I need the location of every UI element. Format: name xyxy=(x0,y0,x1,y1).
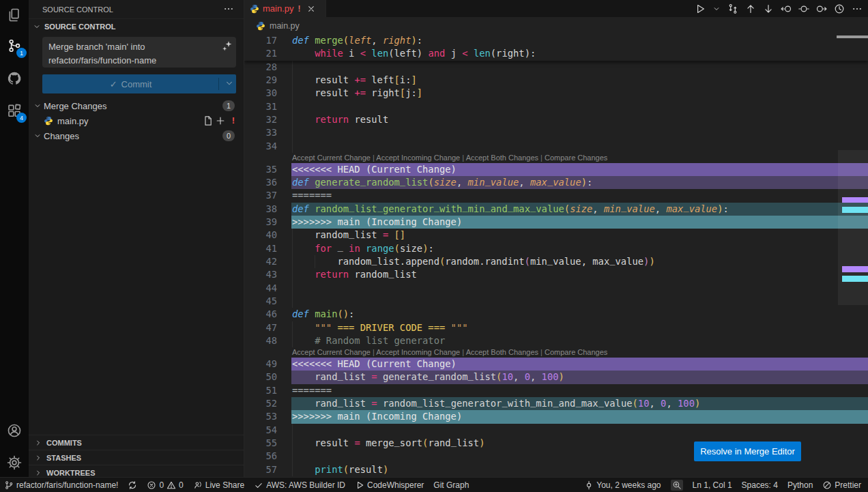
label: Live Share xyxy=(205,480,244,490)
status-language-mode[interactable]: Python xyxy=(787,480,813,490)
codelens-accept-current-change[interactable]: Accept Current Change xyxy=(292,154,371,162)
codelens-accept-current-change[interactable]: Accept Current Change xyxy=(292,348,371,356)
close-icon[interactable] xyxy=(306,4,316,14)
code-text[interactable]: return result xyxy=(292,113,388,126)
code-text[interactable]: result = merge_sort(rand_list) xyxy=(292,437,484,450)
section-source-control[interactable]: SOURCE CONTROL xyxy=(29,18,244,34)
scrollbar-thumb[interactable] xyxy=(837,35,868,38)
code-line-43: 43 return random_list xyxy=(244,268,868,281)
activity-bar-item-explorer[interactable] xyxy=(0,5,29,25)
prev-change-button[interactable] xyxy=(781,3,792,14)
line-number: 51 xyxy=(244,384,277,397)
code-text[interactable]: ======= xyxy=(292,384,332,397)
section-label: STASHES xyxy=(46,454,81,462)
status-codewhisperer[interactable]: CodeWhisperer xyxy=(355,480,424,490)
code-line-30: 30 result += right[j:] xyxy=(244,87,868,100)
status-zoom-indicator[interactable] xyxy=(671,480,683,491)
status-blame-info[interactable]: You, 2 weeks ago xyxy=(584,480,661,490)
code-text[interactable]: rand_list = random_list_generator_with_m… xyxy=(292,397,700,410)
commit-message-input[interactable]: Merge branch 'main' into refactor/faris/… xyxy=(42,37,236,68)
code-text[interactable]: result += right[j:] xyxy=(292,87,422,100)
current-change-button[interactable] xyxy=(798,3,809,14)
tab-main-py[interactable]: main.py ! xyxy=(244,0,326,17)
line-number: 49 xyxy=(244,358,277,371)
code-text[interactable]: return random_list xyxy=(292,268,417,281)
zoom-icon xyxy=(672,480,682,490)
badge: 1 xyxy=(16,48,27,58)
code-text[interactable]: for _ in range(size): xyxy=(292,242,434,255)
code-text[interactable]: random_list = [] xyxy=(292,229,405,242)
codelens-accept-incoming-change[interactable]: Accept Incoming Change xyxy=(376,154,460,162)
code-text[interactable]: >>>>>>> main (Incoming Change) xyxy=(292,216,462,229)
separator: | xyxy=(460,154,465,162)
code-text[interactable]: while i < len(left) and j < len(right): xyxy=(292,47,536,60)
code-text[interactable]: def random_list_generator_with_min_and_m… xyxy=(292,203,729,216)
line-number: 52 xyxy=(244,397,277,410)
open-file-icon[interactable] xyxy=(203,115,214,126)
code-text[interactable]: random_list.append(random.randint(min_va… xyxy=(292,255,655,268)
code-line-47: 47 """ === DRIVER CODE === """ xyxy=(244,321,868,334)
label: Git Graph xyxy=(433,480,469,490)
run-button[interactable] xyxy=(695,3,706,14)
status-indentation[interactable]: Spaces: 4 xyxy=(742,480,778,490)
code-text[interactable]: def main(): xyxy=(292,308,354,321)
codelens-compare-changes[interactable]: Compare Changes xyxy=(545,348,607,356)
stage-changes-icon[interactable] xyxy=(215,115,226,126)
run-dropdown[interactable] xyxy=(712,5,721,13)
next-change-button[interactable] xyxy=(816,3,827,14)
next-conflict-button[interactable] xyxy=(763,3,774,14)
code-line-35: 35<<<<<<< HEAD (Current Change) xyxy=(244,163,868,176)
timeline-button[interactable] xyxy=(834,3,845,14)
commit-button[interactable]: ✓ Commit xyxy=(42,74,236,93)
more-actions-button[interactable] xyxy=(852,3,863,14)
code-text[interactable]: ======= xyxy=(292,189,332,202)
breadcrumb-item[interactable]: main.py xyxy=(270,21,300,31)
line-number: 41 xyxy=(244,242,277,255)
commit-dropdown[interactable] xyxy=(225,78,234,88)
code-text[interactable]: """ === DRIVER CODE === """ xyxy=(292,321,468,334)
resolve-in-merge-editor-button[interactable]: Resolve in Merge Editor xyxy=(694,442,801,461)
status-problems-indicator[interactable]: 00 xyxy=(147,480,183,490)
activity-bar-item-extensions[interactable]: 4 xyxy=(0,100,29,121)
sparkle-icon[interactable] xyxy=(222,40,233,51)
status-branch-indicator[interactable]: refactor/faris/function-name! xyxy=(4,480,118,490)
file-row-main-py[interactable]: main.py ! xyxy=(29,113,244,128)
codelens-accept-both-changes[interactable]: Accept Both Changes xyxy=(466,348,538,356)
group-merge-changes[interactable]: Merge Changes 1 xyxy=(29,98,244,113)
group-changes[interactable]: Changes 0 xyxy=(29,128,244,143)
section-stashes[interactable]: STASHES xyxy=(29,450,244,465)
status-live-share[interactable]: Live Share xyxy=(193,480,244,490)
code-text[interactable]: def generate_random_list(size, min_value… xyxy=(292,176,592,189)
codelens-compare-changes[interactable]: Compare Changes xyxy=(545,154,607,162)
code-text[interactable]: # Random list generator xyxy=(292,334,445,347)
line-number: 44 xyxy=(244,282,277,295)
code-editor[interactable]: 17def merge(left, right):21 while i < le… xyxy=(244,34,868,477)
activity-bar-item-account[interactable] xyxy=(0,420,29,441)
codelens-accept-both-changes[interactable]: Accept Both Changes xyxy=(466,154,538,162)
code-text[interactable]: def merge(left, right): xyxy=(292,34,422,47)
codelens-accept-incoming-change[interactable]: Accept Incoming Change xyxy=(376,348,460,356)
section-commits[interactable]: COMMITS xyxy=(29,435,244,450)
compare-changes-button[interactable] xyxy=(727,3,738,14)
status-git-graph[interactable]: Git Graph xyxy=(433,480,469,490)
commit-icon xyxy=(584,480,594,490)
more-actions-icon[interactable] xyxy=(223,3,234,14)
activity-bar-item-settings[interactable] xyxy=(0,452,29,473)
code-line-38: 38def random_list_generator_with_min_and… xyxy=(244,203,868,216)
activity-bar-item-source-control[interactable]: 1 xyxy=(0,35,29,56)
group-label: Merge Changes xyxy=(44,101,107,111)
code-text[interactable]: rand_list = generate_random_list(10, 0, … xyxy=(292,371,564,384)
prev-conflict-button[interactable] xyxy=(745,3,756,14)
line-number: 32 xyxy=(244,113,277,126)
activity-bar-item-github[interactable] xyxy=(0,68,29,89)
status-sync-button[interactable] xyxy=(128,480,137,490)
breadcrumb[interactable]: main.py xyxy=(244,17,868,34)
status-aws-builder-id[interactable]: AWS: AWS Builder ID xyxy=(254,480,345,490)
status-prettier[interactable]: Prettier xyxy=(822,480,861,490)
code-text[interactable]: >>>>>>> main (Incoming Change) xyxy=(292,410,462,423)
code-text[interactable]: <<<<<<< HEAD (Current Change) xyxy=(292,163,457,176)
status-cursor-position[interactable]: Ln 1, Col 1 xyxy=(693,480,732,490)
code-text[interactable]: result += left[i:] xyxy=(292,74,417,87)
code-text[interactable]: print(result) xyxy=(292,463,388,476)
line-number: 28 xyxy=(244,61,277,74)
